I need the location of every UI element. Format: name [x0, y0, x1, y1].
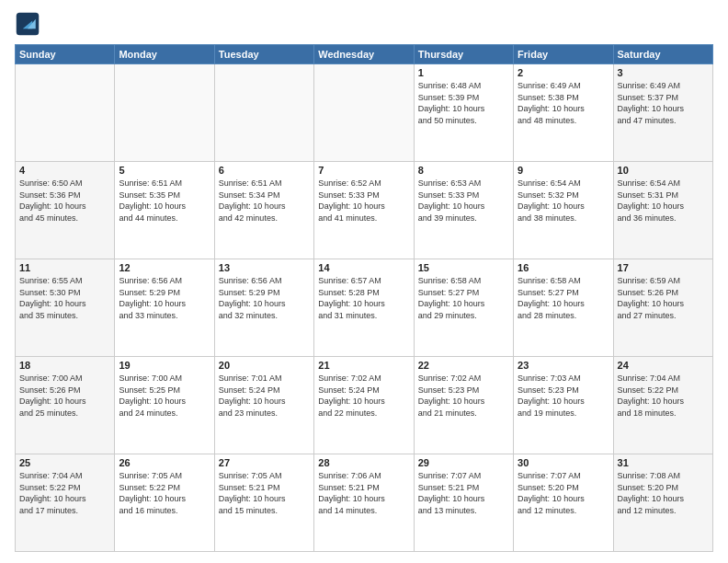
- day-info-line: Daylight: 10 hours: [518, 201, 609, 213]
- day-number: 19: [119, 360, 210, 371]
- day-info-line: and 19 minutes.: [518, 408, 609, 419]
- day-info-line: Daylight: 10 hours: [219, 396, 310, 408]
- day-info-line: Sunset: 5:28 PM: [318, 287, 409, 299]
- day-info-line: Sunrise: 7:00 AM: [19, 373, 110, 385]
- calendar-weekday-header: Sunday: [16, 45, 115, 64]
- day-info-line: Daylight: 10 hours: [418, 493, 509, 505]
- day-info-line: and 35 minutes.: [19, 310, 110, 322]
- calendar-day-cell: 26Sunrise: 7:05 AMSunset: 5:22 PMDayligh…: [115, 454, 214, 552]
- day-info-line: Sunset: 5:31 PM: [618, 190, 709, 201]
- day-info-line: Daylight: 10 hours: [119, 493, 210, 505]
- day-info-line: Sunset: 5:32 PM: [518, 190, 609, 201]
- day-number: 31: [618, 457, 709, 468]
- day-number: 27: [219, 457, 310, 468]
- day-info-line: Sunrise: 6:54 AM: [618, 178, 709, 190]
- day-info-line: Sunset: 5:20 PM: [518, 482, 609, 494]
- day-info-line: Sunset: 5:38 PM: [518, 92, 609, 104]
- calendar-day-cell: 24Sunrise: 7:04 AMSunset: 5:22 PMDayligh…: [613, 357, 712, 454]
- day-info-line: Sunrise: 6:59 AM: [618, 275, 709, 287]
- calendar-day-cell: 20Sunrise: 7:01 AMSunset: 5:24 PMDayligh…: [214, 357, 313, 454]
- day-number: 2: [518, 67, 609, 78]
- calendar-day-cell: 2Sunrise: 6:49 AMSunset: 5:38 PMDaylight…: [514, 64, 613, 162]
- day-info-line: Sunset: 5:23 PM: [518, 385, 609, 396]
- calendar-day-cell: 12Sunrise: 6:56 AMSunset: 5:29 PMDayligh…: [115, 259, 214, 357]
- day-number: 12: [119, 262, 210, 273]
- calendar-week-row: 4Sunrise: 6:50 AMSunset: 5:36 PMDaylight…: [16, 162, 713, 259]
- day-info-line: and 44 minutes.: [119, 213, 210, 224]
- calendar-day-cell: 19Sunrise: 7:00 AMSunset: 5:25 PMDayligh…: [115, 357, 214, 454]
- calendar-day-cell: 27Sunrise: 7:05 AMSunset: 5:21 PMDayligh…: [214, 454, 313, 552]
- day-info-line: Sunrise: 6:48 AM: [418, 80, 509, 92]
- calendar-day-cell: 6Sunrise: 6:51 AMSunset: 5:34 PMDaylight…: [214, 162, 313, 259]
- day-number: 26: [119, 457, 210, 468]
- header: [15, 11, 713, 37]
- day-info-line: Sunrise: 6:58 AM: [418, 275, 509, 287]
- calendar-week-row: 18Sunrise: 7:00 AMSunset: 5:26 PMDayligh…: [16, 357, 713, 454]
- day-info-line: Sunrise: 6:54 AM: [518, 178, 609, 190]
- day-info-line: Sunrise: 6:49 AM: [518, 80, 609, 92]
- day-number: 23: [518, 360, 609, 371]
- day-info-line: Sunset: 5:36 PM: [19, 190, 110, 201]
- day-info-line: and 24 minutes.: [119, 408, 210, 419]
- day-number: 16: [518, 262, 609, 273]
- day-info-line: Sunset: 5:21 PM: [418, 482, 509, 494]
- day-info-line: Sunset: 5:34 PM: [219, 190, 310, 201]
- day-number: 25: [19, 457, 110, 468]
- day-info-line: Sunset: 5:22 PM: [119, 482, 210, 494]
- calendar-day-cell: [16, 64, 115, 162]
- day-info-line: Daylight: 10 hours: [518, 396, 609, 408]
- day-info-line: Sunrise: 6:49 AM: [618, 80, 709, 92]
- day-info-line: Sunrise: 7:07 AM: [418, 470, 509, 482]
- day-info-line: Sunset: 5:33 PM: [418, 190, 509, 201]
- day-number: 28: [318, 457, 409, 468]
- day-info-line: and 23 minutes.: [219, 408, 310, 419]
- logo-icon: [15, 11, 40, 37]
- day-info-line: Daylight: 10 hours: [418, 298, 509, 310]
- day-info-line: Daylight: 10 hours: [618, 298, 709, 310]
- day-info-line: Daylight: 10 hours: [318, 201, 409, 213]
- calendar-day-cell: 31Sunrise: 7:08 AMSunset: 5:20 PMDayligh…: [613, 454, 712, 552]
- calendar-day-cell: 11Sunrise: 6:55 AMSunset: 5:30 PMDayligh…: [16, 259, 115, 357]
- day-info-line: and 41 minutes.: [318, 213, 409, 224]
- day-info-line: and 38 minutes.: [518, 213, 609, 224]
- day-info-line: Sunrise: 6:50 AM: [19, 178, 110, 190]
- day-info-line: Daylight: 10 hours: [119, 201, 210, 213]
- day-number: 17: [618, 262, 709, 273]
- day-number: 20: [219, 360, 310, 371]
- calendar-weekday-header: Wednesday: [314, 45, 414, 64]
- day-info-line: Sunrise: 7:02 AM: [318, 373, 409, 385]
- day-info-line: Daylight: 10 hours: [318, 493, 409, 505]
- day-info-line: Daylight: 10 hours: [19, 298, 110, 310]
- day-number: 7: [318, 165, 409, 176]
- day-info-line: Sunset: 5:23 PM: [418, 385, 509, 396]
- day-info-line: Daylight: 10 hours: [219, 201, 310, 213]
- day-number: 22: [418, 360, 509, 371]
- calendar-day-cell: 23Sunrise: 7:03 AMSunset: 5:23 PMDayligh…: [514, 357, 613, 454]
- calendar-day-cell: 1Sunrise: 6:48 AMSunset: 5:39 PMDaylight…: [414, 64, 513, 162]
- day-number: 15: [418, 262, 509, 273]
- day-number: 30: [518, 457, 609, 468]
- day-info-line: and 17 minutes.: [19, 505, 110, 517]
- day-info-line: Sunrise: 6:56 AM: [219, 275, 310, 287]
- day-info-line: Daylight: 10 hours: [19, 493, 110, 505]
- day-info-line: Daylight: 10 hours: [318, 298, 409, 310]
- day-info-line: Daylight: 10 hours: [19, 396, 110, 408]
- day-info-line: Sunset: 5:26 PM: [19, 385, 110, 396]
- day-number: 8: [418, 165, 509, 176]
- calendar-weekday-header: Friday: [514, 45, 613, 64]
- day-info-line: Daylight: 10 hours: [418, 201, 509, 213]
- day-info-line: Sunset: 5:35 PM: [119, 190, 210, 201]
- day-info-line: Sunrise: 6:53 AM: [418, 178, 509, 190]
- day-info-line: Daylight: 10 hours: [518, 103, 609, 115]
- day-info-line: Sunset: 5:29 PM: [219, 287, 310, 299]
- calendar-day-cell: 15Sunrise: 6:58 AMSunset: 5:27 PMDayligh…: [414, 259, 513, 357]
- day-info-line: Sunset: 5:29 PM: [119, 287, 210, 299]
- day-info-line: and 47 minutes.: [618, 115, 709, 127]
- day-info-line: and 42 minutes.: [219, 213, 310, 224]
- day-info-line: and 12 minutes.: [518, 505, 609, 517]
- day-info-line: and 48 minutes.: [518, 115, 609, 127]
- day-info-line: Sunrise: 7:06 AM: [318, 470, 409, 482]
- calendar-weekday-header: Tuesday: [214, 45, 313, 64]
- calendar-day-cell: 10Sunrise: 6:54 AMSunset: 5:31 PMDayligh…: [613, 162, 712, 259]
- calendar-weekday-header: Monday: [115, 45, 214, 64]
